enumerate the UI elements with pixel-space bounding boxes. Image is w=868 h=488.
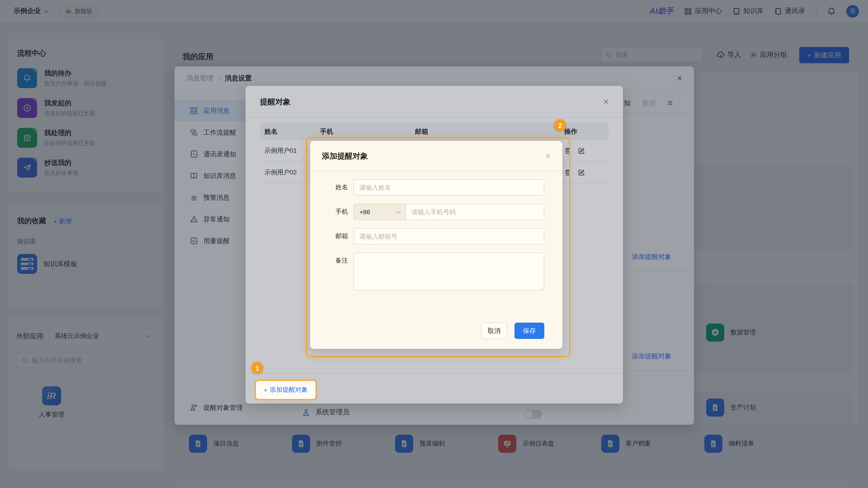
add-reminder-form: 姓名 手机 +86 邮箱 备注 bbox=[310, 171, 562, 291]
add-reminder-modal: 添加提醒对象 × 姓名 手机 +86 邮箱 bbox=[310, 141, 562, 349]
country-code-select[interactable]: +86 bbox=[353, 204, 406, 220]
add-reminder-header: 添加提醒对象 × bbox=[310, 141, 562, 171]
note-field[interactable] bbox=[353, 253, 544, 291]
name-field[interactable] bbox=[353, 180, 544, 196]
phone-field[interactable] bbox=[406, 204, 544, 220]
annotation-step-2: 2 bbox=[554, 119, 566, 131]
add-reminder-footer: 取消 保存 bbox=[481, 323, 544, 339]
plus-icon: + bbox=[264, 386, 268, 394]
add-reminder-target-button[interactable]: + 添加提醒对象 bbox=[255, 380, 316, 400]
name-label: 姓名 bbox=[329, 180, 348, 196]
close-icon[interactable]: × bbox=[546, 151, 551, 160]
annotation-step-1: 1 bbox=[251, 362, 263, 374]
cancel-button[interactable]: 取消 bbox=[481, 323, 507, 339]
phone-label: 手机 bbox=[329, 204, 348, 220]
note-label: 备注 bbox=[329, 253, 348, 291]
add-reminder-title: 添加提醒对象 bbox=[322, 151, 368, 161]
save-button[interactable]: 保存 bbox=[515, 323, 544, 339]
mail-label: 邮箱 bbox=[329, 228, 348, 245]
viewport: 示例企业 旗舰版 AI助手 应用中心 知识库 通讯录 英 bbox=[0, 0, 868, 488]
chevron-down-icon bbox=[396, 209, 401, 214]
mail-field[interactable] bbox=[353, 228, 544, 245]
